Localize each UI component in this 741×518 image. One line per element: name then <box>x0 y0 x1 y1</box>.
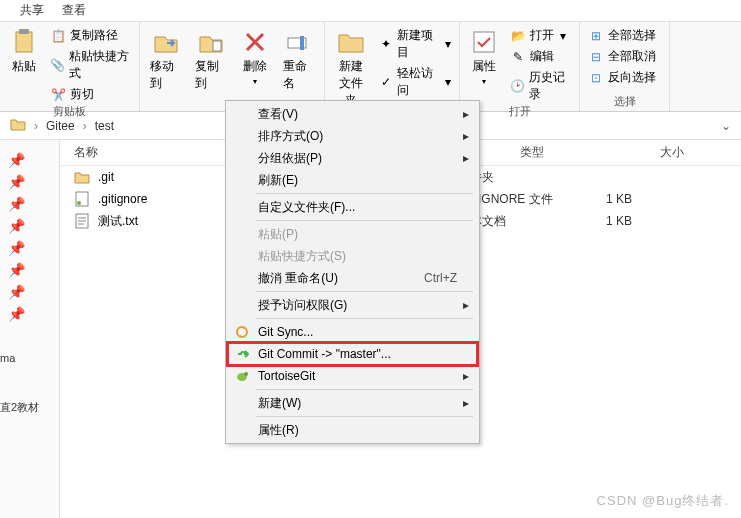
pin-icon[interactable]: 📌 <box>8 174 59 190</box>
tab-share[interactable]: 共享 <box>20 2 44 19</box>
col-type[interactable]: 类型 <box>520 144 660 161</box>
pin-icon[interactable]: 📌 <box>8 306 59 322</box>
cut-button[interactable]: ✂️剪切 <box>48 85 133 104</box>
delete-button[interactable]: 删除▾ <box>237 26 273 88</box>
selectnone-button[interactable]: ⊟全部取消 <box>586 47 658 66</box>
menu-paste: 粘贴(P) <box>228 223 477 245</box>
moveto-icon <box>152 28 180 56</box>
quick-access-sidebar: 📌 📌 📌 📌 📌 📌 📌 📌 ma 直2教材 <box>0 140 60 518</box>
easy-icon: ✓ <box>379 74 393 90</box>
tab-view[interactable]: 查看 <box>62 2 86 19</box>
folder-icon <box>74 169 90 185</box>
menu-git-commit[interactable]: Git Commit -> "master"... <box>228 343 477 365</box>
git-commit-icon <box>234 346 250 362</box>
edit-button[interactable]: ✎编辑 <box>508 47 573 66</box>
side-label-1[interactable]: ma <box>0 352 15 364</box>
selectnone-icon: ⊟ <box>588 49 604 65</box>
newitem-button[interactable]: ✦新建项目▾ <box>377 26 453 62</box>
moveto-button[interactable]: 移动到 <box>146 26 185 94</box>
copyto-icon <box>197 28 225 56</box>
newfolder-button[interactable]: 新建 文件夹 <box>331 26 371 111</box>
svg-rect-0 <box>16 32 32 52</box>
menu-properties[interactable]: 属性(R) <box>228 419 477 441</box>
edit-icon: ✎ <box>510 49 526 65</box>
svg-rect-5 <box>474 32 494 52</box>
pin-icon[interactable]: 📌 <box>8 152 59 168</box>
pin-icon[interactable]: 📌 <box>8 284 59 300</box>
menu-view[interactable]: 查看(V)▸ <box>228 103 477 125</box>
chevron-right-icon[interactable]: › <box>83 119 87 133</box>
folder-icon <box>337 28 365 56</box>
properties-button[interactable]: 属性▾ <box>466 26 502 88</box>
breadcrumb-gitee[interactable]: Gitee <box>46 119 75 133</box>
selectall-icon: ⊞ <box>588 28 604 44</box>
gitignore-icon <box>74 191 90 207</box>
svg-rect-2 <box>213 41 221 51</box>
pin-icon[interactable]: 📌 <box>8 218 59 234</box>
chevron-down-icon[interactable]: ⌄ <box>721 119 731 133</box>
path-icon: 📋 <box>50 28 66 44</box>
menu-sort[interactable]: 排序方式(O)▸ <box>228 125 477 147</box>
paste-label: 粘贴 <box>12 58 36 75</box>
easyaccess-button[interactable]: ✓轻松访问▾ <box>377 64 453 100</box>
svg-rect-4 <box>300 36 304 50</box>
svg-point-7 <box>77 201 81 205</box>
chevron-right-icon[interactable]: › <box>34 119 38 133</box>
chevron-right-icon: ▸ <box>463 151 469 165</box>
invert-button[interactable]: ⊡反向选择 <box>586 68 658 87</box>
ribbon: 粘贴 📋复制路径 📎粘贴快捷方式 ✂️剪切 剪贴板 移动到 复制到 删除▾ 重命… <box>0 22 741 112</box>
breadcrumb-test[interactable]: test <box>95 119 114 133</box>
pin-icon[interactable]: 📌 <box>8 196 59 212</box>
folder-small-icon <box>10 117 26 134</box>
menu-tortoisegit[interactable]: TortoiseGit▸ <box>228 365 477 387</box>
menu-separator <box>256 193 473 194</box>
menu-undo[interactable]: 撤消 重命名(U)Ctrl+Z <box>228 267 477 289</box>
scissors-icon: ✂️ <box>50 87 66 103</box>
menu-separator <box>256 389 473 390</box>
pin-icon[interactable]: 📌 <box>8 240 59 256</box>
chevron-right-icon: ▸ <box>463 107 469 121</box>
chevron-right-icon: ▸ <box>463 129 469 143</box>
chevron-right-icon: ▸ <box>463 298 469 312</box>
menu-grant-access[interactable]: 授予访问权限(G)▸ <box>228 294 477 316</box>
chevron-right-icon: ▸ <box>463 369 469 383</box>
menu-separator <box>256 220 473 221</box>
tortoise-icon <box>234 368 250 384</box>
delete-icon <box>241 28 269 56</box>
title-tabs: 共享 查看 <box>0 0 741 22</box>
menu-new[interactable]: 新建(W)▸ <box>228 392 477 414</box>
menu-paste-shortcut: 粘贴快捷方式(S) <box>228 245 477 267</box>
col-size[interactable]: 大小 <box>660 144 740 161</box>
git-sync-icon <box>234 324 250 340</box>
pasteshortcut-button[interactable]: 📎粘贴快捷方式 <box>48 47 133 83</box>
svg-point-14 <box>244 372 248 376</box>
history-icon: 🕑 <box>510 78 525 94</box>
menu-custom-folder[interactable]: 自定义文件夹(F)... <box>228 196 477 218</box>
newitem-icon: ✦ <box>379 36 393 52</box>
selectall-button[interactable]: ⊞全部选择 <box>586 26 658 45</box>
menu-separator <box>256 291 473 292</box>
copyto-button[interactable]: 复制到 <box>191 26 230 94</box>
menu-group[interactable]: 分组依据(P)▸ <box>228 147 477 169</box>
paste-button[interactable]: 粘贴 <box>6 26 42 77</box>
shortcut-icon: 📎 <box>50 57 65 73</box>
select-group-label: 选择 <box>586 94 663 109</box>
clipboard-icon <box>10 28 38 56</box>
open-icon: 📂 <box>510 28 526 44</box>
rename-icon <box>284 28 312 56</box>
rename-button[interactable]: 重命名 <box>279 26 318 94</box>
copypath-button[interactable]: 📋复制路径 <box>48 26 133 45</box>
open-button[interactable]: 📂打开▾ <box>508 26 573 45</box>
watermark: CSDN @Bug终结者. <box>597 492 729 510</box>
menu-refresh[interactable]: 刷新(E) <box>228 169 477 191</box>
txt-icon <box>74 213 90 229</box>
svg-rect-1 <box>19 29 29 34</box>
menu-git-sync[interactable]: Git Sync... <box>228 321 477 343</box>
menu-separator <box>256 318 473 319</box>
pin-icon[interactable]: 📌 <box>8 262 59 278</box>
check-icon <box>470 28 498 56</box>
side-label-2[interactable]: 直2教材 <box>0 400 39 415</box>
chevron-right-icon: ▸ <box>463 396 469 410</box>
menu-separator <box>256 416 473 417</box>
history-button[interactable]: 🕑历史记录 <box>508 68 573 104</box>
